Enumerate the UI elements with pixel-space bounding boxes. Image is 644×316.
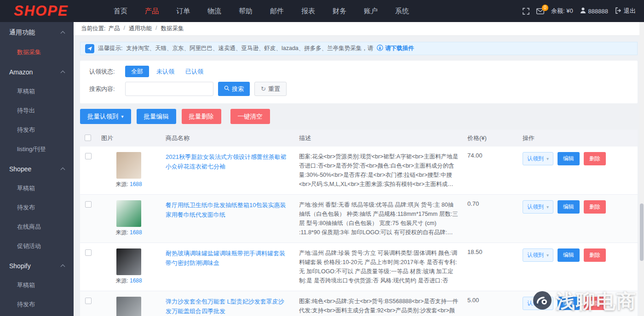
product-name-link[interactable]: 2021秋季新款女装法式方领设计感蕾丝茶歇裙小众碎花连衣裙七分袖 bbox=[166, 152, 290, 172]
table-card: 图片 商品名称 描述 价格(¥) 操作 来源: 16882021秋季新款女装法式… bbox=[80, 130, 638, 316]
main: 当前位置: 产品/通用功能/数据采集 温馨提示: 支持淘宝、天猫、京东、阿里巴巴… bbox=[74, 22, 644, 316]
claim-status-option-all[interactable]: 全部 bbox=[125, 66, 149, 77]
claim-status-options: 全部未认领已认领 bbox=[125, 67, 214, 76]
scrollbar-thumb[interactable] bbox=[640, 203, 644, 261]
sidebar-item-amazon-drafts[interactable]: 草稿箱 bbox=[0, 82, 74, 101]
nav-item-finance[interactable]: 财务 bbox=[324, 0, 355, 22]
reset-button[interactable]: ↻ 重置 bbox=[254, 82, 287, 96]
tip-bar: 温馨提示: 支持淘宝、天猫、京东、阿里巴巴、速卖通、亚马逊、虾皮、lazada、… bbox=[80, 42, 638, 55]
select-all-checkbox[interactable] bbox=[85, 135, 91, 141]
nav-item-home[interactable]: 首页 bbox=[105, 0, 136, 22]
breadcrumb: 当前位置: 产品/通用功能/数据采集 bbox=[74, 22, 644, 36]
sidebar-item-shopify-online-products[interactable]: 在线商品 bbox=[0, 314, 74, 316]
download-icon bbox=[377, 45, 383, 52]
claim-to-button[interactable]: 认领到▾ bbox=[523, 200, 553, 214]
nav-item-logistics[interactable]: 物流 bbox=[199, 0, 230, 22]
product-name-link[interactable]: 耐热玻璃调味罐盐罐调味瓶带把手调料罐套装带勺密封防潮调味盒 bbox=[166, 248, 290, 268]
fullscreen-icon[interactable] bbox=[523, 8, 529, 15]
row-checkbox[interactable] bbox=[85, 249, 92, 256]
row-checkbox[interactable] bbox=[85, 153, 92, 159]
sidebar-section-shopee[interactable]: Shopee bbox=[0, 159, 74, 179]
logout-button[interactable]: 退出 bbox=[615, 7, 636, 15]
sidebar-item-shopee-online-products[interactable]: 在线商品 bbox=[0, 217, 74, 237]
delete-button[interactable]: 删除 bbox=[584, 152, 606, 165]
breadcrumb-separator: / bbox=[123, 25, 125, 33]
user-menu[interactable]: 888888 bbox=[580, 7, 608, 15]
sidebar-section-general[interactable]: 通用功能 bbox=[0, 22, 74, 43]
messages-icon[interactable]: 0 bbox=[536, 8, 544, 14]
col-price: 价格(¥) bbox=[463, 130, 518, 147]
claim-to-button[interactable]: 认领到▾ bbox=[523, 152, 553, 165]
scrollbar[interactable] bbox=[639, 22, 644, 316]
breadcrumb-item[interactable]: 数据采集 bbox=[161, 25, 184, 33]
batch-claim-button[interactable]: 批量认领到 ▾ bbox=[80, 109, 131, 124]
sidebar-item-shopee-drafts[interactable]: 草稿箱 bbox=[0, 179, 74, 198]
edit-button[interactable]: 编辑 bbox=[558, 152, 580, 165]
batch-claim-label: 批量认领到 bbox=[87, 113, 119, 121]
content: 温馨提示: 支持淘宝、天猫、京东、阿里巴巴、速卖通、亚马逊、虾皮、lazada、… bbox=[74, 36, 644, 316]
edit-button[interactable]: 编辑 bbox=[558, 297, 580, 310]
search-label: 搜索内容: bbox=[89, 85, 125, 93]
breadcrumb-item[interactable]: 通用功能 bbox=[129, 25, 152, 33]
table-row: 来源: 1688餐厅用纸卫生纸巾批发抽纸整箱10包装实惠装家用餐巾纸代发面巾纸产… bbox=[80, 195, 638, 243]
col-image: 图片 bbox=[97, 130, 161, 147]
claim-to-label: 认领到 bbox=[527, 299, 544, 307]
sidebar-item-amazon-listing[interactable]: listing/刊登 bbox=[0, 140, 74, 159]
product-price: 5.00 bbox=[463, 291, 518, 316]
nav-item-account[interactable]: 账户 bbox=[355, 0, 386, 22]
search-input[interactable] bbox=[125, 82, 213, 96]
sidebar-section-amazon[interactable]: Amazon bbox=[0, 62, 74, 82]
claim-status-option-unclaimed[interactable]: 未认领 bbox=[156, 66, 174, 77]
delete-button[interactable]: 删除 bbox=[584, 200, 606, 214]
product-price: 74.00 bbox=[463, 147, 518, 195]
batch-actions: 批量认领到 ▾ 批量编辑 批量删除 一键清空 bbox=[80, 109, 638, 124]
product-name-link[interactable]: 餐厅用纸卫生纸巾批发抽纸整箱10包装实惠装家用餐巾纸代发面巾纸 bbox=[166, 200, 290, 220]
batch-delete-button[interactable]: 批量删除 bbox=[182, 109, 221, 124]
source-label: 来源: bbox=[115, 181, 130, 187]
chevron-down-icon: ▾ bbox=[121, 114, 124, 119]
source-link[interactable]: 1688 bbox=[130, 181, 142, 187]
row-checkbox[interactable] bbox=[85, 201, 92, 208]
search-button[interactable]: 搜索 bbox=[218, 82, 250, 96]
sidebar-section-shopify[interactable]: Shopify bbox=[0, 256, 74, 276]
sidebar-item-shopify-to-publish[interactable]: 待发布 bbox=[0, 295, 74, 314]
breadcrumb-item[interactable]: 产品 bbox=[108, 25, 120, 33]
batch-edit-button[interactable]: 批量编辑 bbox=[137, 109, 176, 124]
col-name: 商品名称 bbox=[161, 130, 294, 147]
sidebar-item-shopee-to-publish[interactable]: 待发布 bbox=[0, 198, 74, 217]
sidebar-item-shopee-promotions[interactable]: 促销活动 bbox=[0, 237, 74, 256]
edit-button[interactable]: 编辑 bbox=[558, 248, 580, 262]
nav-item-mail[interactable]: 邮件 bbox=[261, 0, 293, 22]
row-checkbox[interactable] bbox=[85, 298, 92, 304]
product-name-link[interactable]: 弹力沙发套全包万能套 L型贵妃沙发套罩皮沙发万能盖组合四季批发 bbox=[166, 297, 290, 316]
product-image bbox=[116, 297, 141, 316]
claim-to-button[interactable]: 认领到▾ bbox=[523, 297, 553, 310]
nav-item-help[interactable]: 帮助 bbox=[230, 0, 261, 22]
source-link[interactable]: 1688 bbox=[130, 229, 142, 236]
nav-item-orders[interactable]: 订单 bbox=[167, 0, 199, 22]
claim-status-option-claimed[interactable]: 已认领 bbox=[185, 66, 203, 77]
app-logo: SHOPE bbox=[0, 3, 105, 19]
download-plugin-link[interactable]: 请下载插件 bbox=[377, 45, 414, 52]
sidebar-item-amazon-to-publish[interactable]: 待发布 bbox=[0, 120, 74, 140]
exit-icon bbox=[615, 7, 621, 15]
source-link[interactable]: 1688 bbox=[130, 277, 142, 284]
nav-item-reports[interactable]: 报表 bbox=[293, 0, 324, 22]
message-badge: 0 bbox=[542, 5, 548, 11]
delete-button[interactable]: 删除 bbox=[584, 248, 606, 262]
edit-button[interactable]: 编辑 bbox=[558, 200, 580, 214]
nav-item-products[interactable]: 产品 bbox=[136, 0, 167, 22]
chevron-down-icon: ▾ bbox=[546, 253, 549, 258]
sidebar-item-amazon-to-export[interactable]: 待导出 bbox=[0, 101, 74, 120]
chevron-down-icon: ▾ bbox=[546, 156, 549, 161]
sidebar-item-shopify-drafts[interactable]: 草稿箱 bbox=[0, 276, 74, 295]
sidebar-item-general-data-collection[interactable]: 数据采集 bbox=[0, 43, 74, 62]
announcement-icon bbox=[85, 44, 94, 53]
clear-all-button[interactable]: 一键清空 bbox=[230, 109, 270, 124]
nav-item-system[interactable]: 系统 bbox=[386, 0, 418, 22]
topbar-nav: 首页产品订单物流帮助邮件报表财务账户系统 bbox=[105, 0, 418, 22]
claim-to-button[interactable]: 认领到▾ bbox=[523, 248, 553, 262]
delete-button[interactable]: 删除 bbox=[584, 297, 606, 310]
product-table: 图片 商品名称 描述 价格(¥) 操作 来源: 16882021秋季新款女装法式… bbox=[80, 130, 638, 316]
app: SHOPE 首页产品订单物流帮助邮件报表财务账户系统 0 余额: ¥0 8888… bbox=[0, 0, 644, 316]
